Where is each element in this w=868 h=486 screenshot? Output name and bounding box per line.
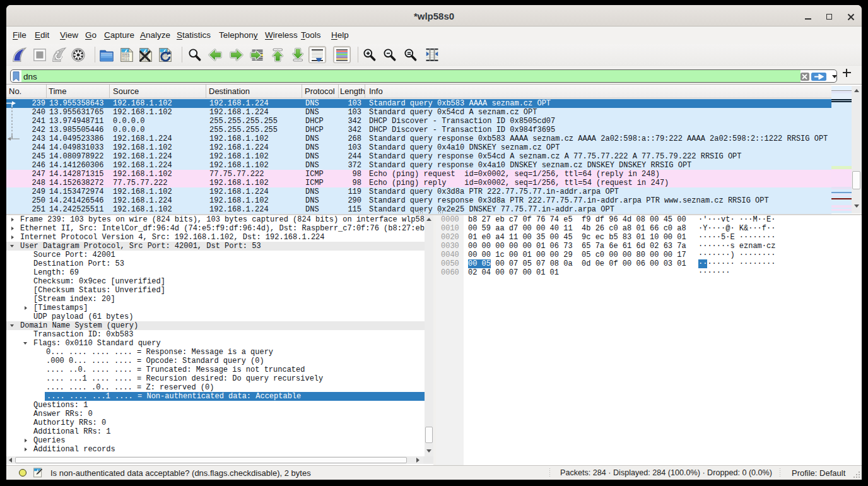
svg-text:0111: 0111: [122, 58, 130, 61]
